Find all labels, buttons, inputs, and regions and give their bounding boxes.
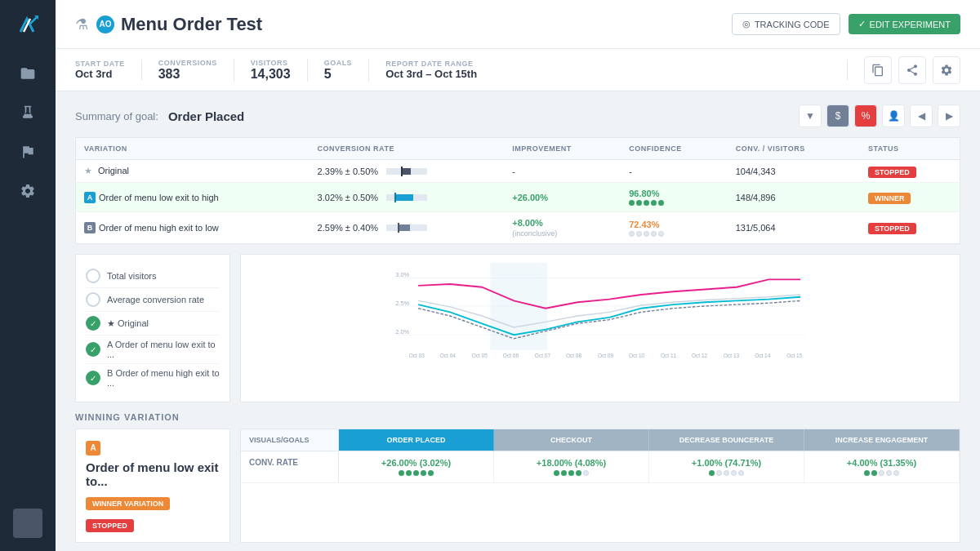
funnel-filter-button[interactable]: ▼: [799, 104, 822, 127]
variation-b-confidence: 72.43%: [621, 212, 728, 244]
winning-card-left: A Order of menu low exit to... WINNER VA…: [75, 429, 230, 543]
confidence-dots-b: [629, 231, 719, 237]
table-row: A Order of menu low exit to high 3.02% ±…: [76, 183, 960, 212]
svg-text:Oct 12: Oct 12: [692, 353, 708, 358]
sidebar: [0, 0, 56, 551]
copy-button[interactable]: [864, 56, 892, 84]
variation-a-name: A Order of menu low exit to high: [76, 183, 310, 212]
winning-badge: A: [86, 441, 100, 455]
goals-stat: GOALS 5: [324, 59, 370, 82]
variation-a-conv: 148/4,896: [728, 183, 860, 212]
date-range-stat: REPORT DATE RANGE Oct 3rd – Oct 15th: [385, 60, 848, 80]
percent-filter-button[interactable]: %: [854, 104, 877, 127]
variation-a-rate: 3.02% ± 0.50%: [310, 183, 505, 212]
goals-cell-order: +26.00% (3.02%): [339, 451, 494, 482]
col-variation: VARIATION: [76, 138, 310, 160]
legend-check-b: ✓: [86, 371, 100, 385]
variation-b-rate: 2.59% ± 0.40%: [310, 212, 505, 244]
svg-text:Oct 04: Oct 04: [440, 353, 457, 358]
dollar-filter-button[interactable]: $: [826, 104, 849, 127]
goals-col-order-placed[interactable]: ORDER PLACED: [339, 429, 494, 451]
right-arrow-filter[interactable]: ▶: [938, 104, 960, 127]
line-chart: 3.0% 2.5% 2.0% Oct 03 Oct 04 Oct 05: [252, 263, 948, 369]
variation-a-improvement: +26.00%: [504, 183, 621, 212]
chart-area: 3.0% 2.5% 2.0% Oct 03 Oct 04 Oct 05: [240, 254, 960, 402]
chart-legend: ✓ Total visitors ✓ Average conversion ra…: [75, 254, 230, 402]
svg-text:Oct 07: Oct 07: [535, 353, 551, 358]
col-conversion-rate: CONVERSION RATE: [310, 138, 505, 160]
svg-text:2.5%: 2.5%: [395, 300, 409, 307]
logo: [13, 10, 42, 39]
legend-item: ✓ B Order of menu high exit to ...: [86, 364, 220, 392]
variation-original-conv: 104/4,343: [728, 160, 860, 183]
svg-text:Oct 11: Oct 11: [661, 353, 677, 358]
variation-original-improvement: -: [504, 160, 621, 183]
summary-bar: Summary of goal: Order Placed ▼ $ % 👤 ◀ …: [75, 104, 960, 127]
summary-filter-buttons: ▼ $ % 👤 ◀ ▶: [799, 104, 960, 127]
svg-text:Oct 08: Oct 08: [566, 353, 582, 358]
confidence-dots-a: [629, 200, 719, 206]
user-avatar[interactable]: [13, 509, 42, 538]
col-confidence: CONFIDENCE: [621, 138, 728, 160]
legend-check-a: ✓: [86, 342, 100, 357]
legend-item: ✓ Total visitors: [86, 264, 220, 288]
sidebar-item-settings[interactable]: [10, 173, 46, 209]
variation-dot: AO: [96, 16, 114, 33]
svg-text:Oct 14: Oct 14: [755, 353, 771, 358]
tracking-code-button[interactable]: ◎ TRACKING CODE: [732, 13, 840, 35]
svg-text:Oct 06: Oct 06: [503, 353, 519, 358]
sidebar-item-folder[interactable]: [10, 56, 46, 91]
tracking-icon: ◎: [742, 19, 751, 29]
variation-original-rate: 2.39% ± 0.50%: [310, 160, 505, 183]
winning-content: A Order of menu low exit to... WINNER VA…: [75, 429, 960, 543]
bottom-section: ✓ Total visitors ✓ Average conversion ra…: [75, 254, 960, 402]
settings-button[interactable]: [933, 56, 960, 84]
person-filter-button[interactable]: 👤: [882, 104, 905, 127]
winning-section: WINNING VARIATION A Order of menu low ex…: [75, 412, 960, 543]
col-status: STATUS: [860, 138, 960, 160]
page-title: Menu Order Test: [121, 14, 732, 35]
svg-text:Oct 13: Oct 13: [724, 353, 740, 358]
left-arrow-filter[interactable]: ◀: [910, 104, 933, 127]
page-header: ⚗ AO Menu Order Test ◎ TRACKING CODE ✓ E…: [56, 0, 980, 49]
share-button[interactable]: [898, 56, 926, 84]
main-content: ⚗ AO Menu Order Test ◎ TRACKING CODE ✓ E…: [56, 0, 980, 551]
goals-cell-engagement: +4.00% (31.35%): [804, 451, 960, 482]
check-icon: ✓: [858, 19, 866, 29]
edit-experiment-button[interactable]: ✓ EDIT EXPERIMENT: [849, 14, 960, 34]
goals-col-engagement[interactable]: INCREASE ENGAGEMENT: [804, 429, 960, 451]
variation-b-improvement: +8.00% (inconclusive): [504, 212, 621, 244]
variations-table: VARIATION CONVERSION RATE IMPROVEMENT CO…: [75, 137, 960, 244]
svg-text:Oct 09: Oct 09: [598, 353, 614, 358]
goals-cell-checkout: +18.00% (4.08%): [494, 451, 649, 482]
legend-item: ✓ Average conversion rate: [86, 288, 220, 312]
variation-b-conv: 131/5,064: [728, 212, 860, 244]
sidebar-item-flag[interactable]: [10, 134, 46, 170]
svg-text:Oct 03: Oct 03: [409, 353, 425, 358]
goals-table-header: VISUALS/GOALS ORDER PLACED CHECKOUT DECR…: [241, 429, 960, 451]
svg-text:Oct 10: Oct 10: [629, 353, 645, 358]
svg-text:3.0%: 3.0%: [395, 271, 409, 278]
page-content: Summary of goal: Order Placed ▼ $ % 👤 ◀ …: [56, 91, 980, 551]
col-conv-visitors: CONV. / VISITORS: [728, 138, 860, 160]
goals-comparison-table: VISUALS/GOALS ORDER PLACED CHECKOUT DECR…: [240, 429, 960, 543]
table-row: ★ Original 2.39% ± 0.50% - -: [76, 160, 960, 183]
goals-table-row: CONV. RATE +26.00% (3.02%): [241, 451, 960, 483]
goals-col-checkout[interactable]: CHECKOUT: [494, 429, 649, 451]
conversions-stat: CONVERSIONS 383: [158, 59, 234, 82]
start-date-stat: START DATE Oct 3rd: [75, 60, 142, 80]
variation-original-confidence: -: [621, 160, 728, 183]
badge-b: B: [84, 222, 96, 233]
badge-a: A: [84, 192, 96, 203]
variation-b-status: STOPPED: [860, 212, 960, 244]
goals-col-bouncerate[interactable]: DECREASE BOUNCERATE: [649, 429, 804, 451]
variation-original-status: STOPPED: [860, 160, 960, 183]
col-improvement: IMPROVEMENT: [504, 138, 621, 160]
legend-check-orig: ✓: [86, 316, 100, 331]
experiment-icon: ⚗: [75, 16, 88, 33]
header-actions: ◎ TRACKING CODE ✓ EDIT EXPERIMENT: [732, 13, 960, 35]
winning-variation-card: A Order of menu low exit to... WINNER VA…: [75, 429, 230, 543]
legend-check-total: ✓: [86, 269, 100, 283]
sidebar-item-flask[interactable]: [10, 95, 46, 131]
legend-item: ✓ A Order of menu low exit to ...: [86, 335, 220, 364]
